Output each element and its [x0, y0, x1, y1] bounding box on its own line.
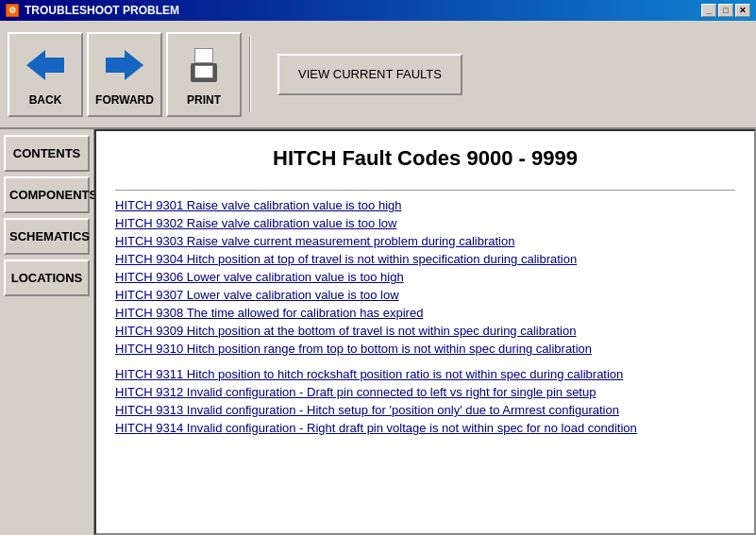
fault-link-9309[interactable]: HITCH 9309 Hitch position at the bottom … — [115, 324, 735, 338]
fault-list: HITCH 9301 Raise valve calibration value… — [115, 198, 735, 435]
fault-link-9302[interactable]: HITCH 9302 Raise valve calibration value… — [115, 216, 735, 230]
maximize-button[interactable]: □ — [718, 4, 733, 17]
fault-link-9307[interactable]: HITCH 9307 Lower valve calibration value… — [115, 288, 735, 302]
print-label: PRINT — [187, 93, 221, 107]
fault-link-9303[interactable]: HITCH 9303 Raise valve current measureme… — [115, 234, 735, 248]
forward-label: FORWARD — [95, 93, 154, 107]
toolbar: BACK FORWARD PRINT VIEW CURRENT FAULTS — [0, 21, 756, 129]
separator — [115, 190, 735, 191]
sidebar-item-locations[interactable]: LOCATIONS — [4, 259, 90, 296]
minimize-button[interactable]: _ — [701, 4, 716, 17]
print-button[interactable]: PRINT — [166, 32, 242, 117]
back-arrow-icon — [23, 42, 68, 88]
fault-link-9314[interactable]: HITCH 9314 Invalid configuration - Right… — [115, 421, 735, 435]
fault-link-9312[interactable]: HITCH 9312 Invalid configuration - Draft… — [115, 385, 735, 399]
window-title: TROUBLESHOOT PROBLEM — [25, 4, 179, 17]
sidebar-item-contents[interactable]: CONTENTS — [4, 135, 90, 172]
main-area: CONTENTS COMPONENTS SCHEMATICS LOCATIONS… — [0, 129, 756, 535]
forward-button[interactable]: FORWARD — [87, 32, 162, 117]
fault-link-9311[interactable]: HITCH 9311 Hitch position to hitch rocks… — [115, 367, 735, 381]
sidebar: CONTENTS COMPONENTS SCHEMATICS LOCATIONS — [0, 129, 94, 535]
fault-link-9304[interactable]: HITCH 9304 Hitch position at top of trav… — [115, 252, 735, 266]
fault-link-9308[interactable]: HITCH 9308 The time allowed for calibrat… — [115, 306, 735, 320]
fault-link-9306[interactable]: HITCH 9306 Lower valve calibration value… — [115, 270, 735, 284]
back-label: BACK — [29, 93, 62, 107]
title-bar: ⚙ TROUBLESHOOT PROBLEM _ □ ✕ — [0, 0, 756, 21]
back-button[interactable]: BACK — [8, 32, 83, 117]
fault-link-9313[interactable]: HITCH 9313 Invalid configuration - Hitch… — [115, 403, 735, 417]
fault-link-9310[interactable]: HITCH 9310 Hitch position range from top… — [115, 342, 735, 356]
content-title: HITCH Fault Codes 9000 - 9999 — [115, 146, 735, 171]
fault-link-9301[interactable]: HITCH 9301 Raise valve calibration value… — [115, 198, 735, 212]
title-controls[interactable]: _ □ ✕ — [701, 4, 750, 17]
forward-arrow-icon — [102, 42, 147, 88]
close-button[interactable]: ✕ — [735, 4, 750, 17]
app-icon: ⚙ — [6, 4, 19, 17]
sidebar-item-schematics[interactable]: SCHEMATICS — [4, 218, 90, 255]
print-icon — [181, 42, 227, 88]
content-panel[interactable]: HITCH Fault Codes 9000 - 9999 HITCH 9301… — [94, 129, 756, 535]
toolbar-separator — [249, 37, 251, 112]
view-faults-button[interactable]: VIEW CURRENT FAULTS — [277, 54, 462, 95]
title-bar-left: ⚙ TROUBLESHOOT PROBLEM — [6, 4, 179, 17]
sidebar-item-components[interactable]: COMPONENTS — [4, 176, 90, 213]
